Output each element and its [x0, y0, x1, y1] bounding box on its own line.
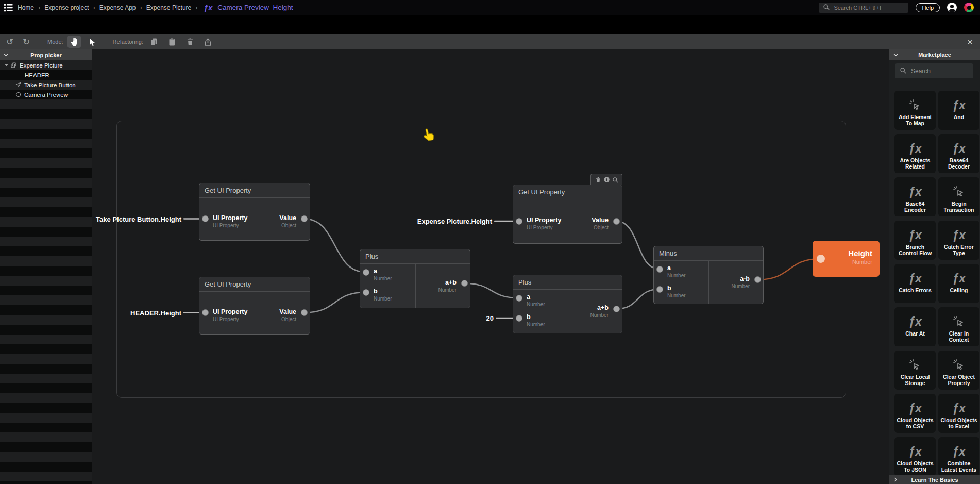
hand-icon[interactable]: [67, 36, 81, 48]
graph-node-get1[interactable]: Get UI PropertyUI PropertyUI PropertyVal…: [199, 183, 310, 241]
port[interactable]: [301, 215, 308, 222]
account-avatar[interactable]: [947, 3, 957, 12]
graph-node-get2[interactable]: Get UI PropertyUI PropertyUI PropertyVal…: [199, 277, 310, 335]
tree-item-take-picture-button[interactable]: Take Picture Button: [0, 80, 92, 90]
marketplace-card-ceiling[interactable]: ƒxCeiling: [938, 264, 979, 303]
marketplace-card-and[interactable]: ƒxAnd: [938, 91, 979, 130]
port[interactable]: [656, 266, 663, 273]
tree-item-expense-picture[interactable]: Expense Picture: [0, 60, 92, 70]
marketplace-card-clear-in-context[interactable]: Clear In Context: [938, 307, 979, 346]
node-hover-toolbar: [590, 174, 622, 185]
help-button[interactable]: Help: [916, 3, 940, 12]
marketplace-card-cloud-objects-to-csv[interactable]: ƒxCloud Objects to CSV: [894, 394, 936, 433]
tree-empty-row: [0, 178, 92, 188]
flow-canvas[interactable]: Take Picture Button.HeightHEADER.HeightE…: [92, 49, 889, 484]
output-port-label: a+bNumber: [590, 304, 609, 318]
tree-empty-row: [0, 129, 92, 139]
graph-node-plus1[interactable]: PlusaNumberbNumbera+bNumber: [360, 249, 470, 308]
port[interactable]: [461, 280, 468, 287]
input-port-label: UI PropertyUI Property: [213, 308, 247, 322]
port[interactable]: [516, 315, 522, 322]
breadcrumb-item[interactable]: Expense App: [99, 4, 136, 11]
redo-icon[interactable]: ↻: [20, 36, 33, 48]
close-icon[interactable]: ×: [967, 37, 973, 47]
marketplace-card-cloud-objects-to-excel[interactable]: ƒxCloud Objects to Excel: [938, 394, 979, 433]
tree-item-camera-preview[interactable]: Camera Preview: [0, 90, 92, 99]
marketplace-header[interactable]: Marketplace: [889, 49, 980, 60]
fx-icon: ƒx: [952, 264, 966, 285]
node-divider: [255, 197, 255, 240]
marketplace-card-clear-object-property[interactable]: Clear Object Property: [938, 351, 979, 390]
trash-icon[interactable]: [183, 36, 197, 48]
port-name: UI Property: [527, 216, 561, 224]
marketplace-card-catch-errors[interactable]: ƒxCatch Errors: [894, 264, 936, 303]
graph-node-minus[interactable]: MinusaNumberbNumbera-bNumber: [653, 246, 764, 304]
breadcrumb-item[interactable]: Expense project: [44, 4, 89, 11]
graph-node-get3[interactable]: Get UI PropertyUI PropertyUI PropertyVal…: [513, 185, 622, 244]
marketplace-card-label: Base64 Decoder: [938, 157, 979, 170]
node-title: Plus: [513, 275, 622, 290]
port[interactable]: [363, 269, 369, 276]
marketplace-card-char-at[interactable]: ƒxChar At: [894, 307, 936, 346]
node-title: Get UI Property: [199, 277, 310, 292]
wire[interactable]: [757, 259, 821, 280]
global-search[interactable]: [819, 3, 908, 13]
port[interactable]: [656, 286, 663, 293]
brand-logo-icon[interactable]: [964, 3, 974, 12]
info-icon[interactable]: [604, 177, 610, 182]
node-divider: [568, 199, 568, 243]
undo-icon[interactable]: ↺: [3, 36, 16, 48]
marketplace-card-base64-decoder[interactable]: ƒxBase64 Decoder: [938, 134, 979, 173]
port[interactable]: [754, 276, 761, 283]
port-name: Value: [279, 214, 296, 222]
tree-empty-row: [0, 276, 92, 286]
port[interactable]: [363, 289, 369, 296]
result-name: Height: [848, 249, 872, 258]
trash-icon[interactable]: [595, 177, 601, 183]
graph-node-plus2[interactable]: PlusaNumberbNumbera+bNumber: [513, 275, 622, 333]
global-search-input[interactable]: [833, 4, 895, 11]
marketplace-card-catch-error-type[interactable]: ƒxCatch Error Type: [938, 221, 979, 260]
marketplace-card-begin-transaction[interactable]: Begin Transaction: [938, 177, 979, 216]
search-icon[interactable]: [612, 177, 618, 183]
port[interactable]: [202, 309, 209, 316]
marketplace-card-combine-latest-events[interactable]: ƒxCombine Latest Events: [938, 437, 979, 476]
input-port-label: aNumber: [667, 264, 686, 278]
port[interactable]: [516, 295, 522, 302]
port[interactable]: [516, 218, 522, 225]
port[interactable]: [817, 255, 825, 263]
marketplace-card-label: Char At: [904, 330, 926, 337]
tree-empty-row: [0, 266, 92, 276]
port[interactable]: [202, 215, 209, 222]
triangle-down-icon[interactable]: [4, 63, 9, 68]
menu-icon[interactable]: [0, 3, 18, 13]
export-icon[interactable]: [201, 36, 215, 48]
breadcrumb-item[interactable]: Home: [18, 4, 34, 11]
port[interactable]: [301, 309, 308, 316]
marketplace-search[interactable]: [895, 63, 973, 78]
marketplace-card-are-objects-related[interactable]: ƒxAre Objects Related: [894, 134, 936, 173]
marketplace-card-clear-local-storage[interactable]: Clear Local Storage: [894, 351, 936, 390]
tap-icon: [953, 307, 965, 328]
marketplace-card-base64-encoder[interactable]: ƒxBase64 Encoder: [894, 177, 936, 216]
breadcrumb-item[interactable]: Expense Picture: [146, 4, 191, 11]
wire[interactable]: [304, 219, 366, 273]
tree-item-header[interactable]: HEADER: [0, 70, 92, 80]
marketplace-card-cloud-objects-to-json[interactable]: ƒxCloud Objects To JSON: [894, 437, 936, 476]
learn-basics-bar[interactable]: Learn The Basics: [889, 475, 980, 484]
port[interactable]: [613, 306, 620, 312]
prop-picker-header[interactable]: Prop picker: [0, 49, 92, 60]
cursor-icon[interactable]: [85, 36, 98, 48]
canvas-toolbar: ↺↻ Mode: Refactoring: ×: [0, 34, 980, 49]
tree-empty-row: [0, 168, 92, 178]
marketplace-card-branch-control-flow[interactable]: ƒxBranch Control Flow: [894, 221, 936, 260]
paste-icon[interactable]: [165, 36, 179, 48]
marketplace-card-add-element-to-map[interactable]: Add Element To Map: [894, 91, 936, 130]
marketplace-card-label: Begin Transaction: [938, 201, 979, 213]
marketplace-search-input[interactable]: [910, 67, 964, 75]
copy-icon[interactable]: [147, 36, 161, 48]
tree-empty-row: [0, 109, 92, 119]
wire[interactable]: [464, 283, 519, 298]
port[interactable]: [613, 218, 620, 225]
wire[interactable]: [304, 292, 366, 313]
